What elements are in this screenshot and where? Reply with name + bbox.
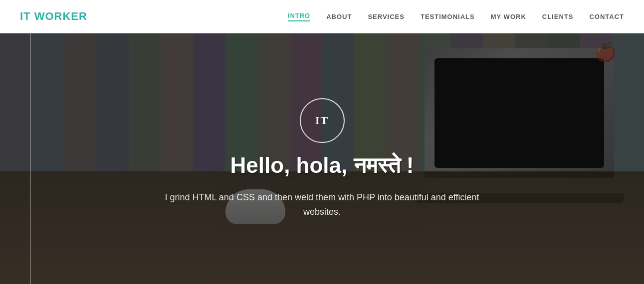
it-circle-text: IT xyxy=(315,114,329,127)
nav-item-about[interactable]: ABOUT xyxy=(326,13,352,20)
logo[interactable]: IT WORKER xyxy=(20,10,87,23)
hero-subtitle: I grind HTML and CSS and then weld them … xyxy=(148,190,497,219)
nav-item-mywork[interactable]: MY WORK xyxy=(491,13,526,20)
nav-item-services[interactable]: SERVICES xyxy=(368,13,405,20)
main-nav: INTRO ABOUT SERVICES TESTIMONIALS MY WOR… xyxy=(288,12,624,21)
it-logo-circle: IT xyxy=(300,98,345,143)
nav-item-clients[interactable]: CLIENTS xyxy=(542,13,574,20)
hero-section: 🍎 IT Hello, hola, नमस्ते ! I grind HTML … xyxy=(0,33,644,284)
left-accent-line xyxy=(30,33,31,284)
nav-item-contact[interactable]: CONTACT xyxy=(589,13,624,20)
hero-title: Hello, hola, नमस्ते ! xyxy=(148,153,497,178)
nav-item-intro[interactable]: INTRO xyxy=(288,12,310,21)
nav-item-testimonials[interactable]: TESTIMONIALS xyxy=(421,13,475,20)
header: IT WORKER INTRO ABOUT SERVICES TESTIMONI… xyxy=(0,0,644,33)
hero-content: Hello, hola, नमस्ते ! I grind HTML and C… xyxy=(108,153,537,219)
